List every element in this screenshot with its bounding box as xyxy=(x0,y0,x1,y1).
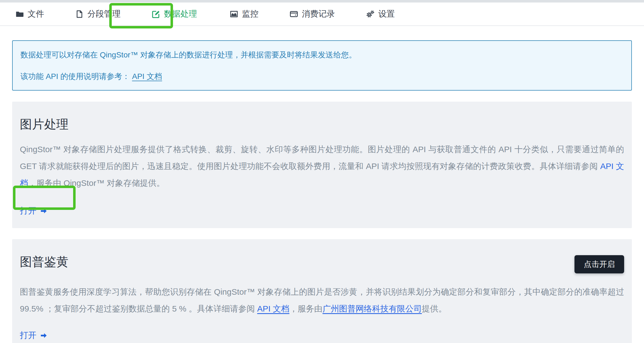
credit-card-icon xyxy=(289,10,298,19)
card-description: QingStor™ 对象存储图片处理服务提供了格式转换、裁剪、旋转、水印等多种图… xyxy=(20,141,624,191)
tab-multipart[interactable]: 分段管理 xyxy=(75,8,121,20)
open-image-processing-link[interactable]: 打开 xyxy=(20,205,47,217)
tab-billing[interactable]: 消费记录 xyxy=(289,8,335,20)
card-title: 图片处理 xyxy=(20,118,624,131)
card-title-row: 图普鉴黄 点击开启 xyxy=(20,255,624,273)
content-area: 数据处理可以对存储在 QingStor™ 对象存储上的数据进行处理，并根据需要及… xyxy=(0,26,644,343)
api-doc-link[interactable]: API 文档 xyxy=(132,72,162,81)
tab-label: 文件 xyxy=(28,8,44,20)
data-processing-page: 文件 分段管理 数据处理 监控 消费记录 xyxy=(0,0,644,343)
tab-settings[interactable]: 设置 xyxy=(366,8,395,20)
tab-label: 消费记录 xyxy=(302,8,335,20)
gears-icon xyxy=(366,10,375,19)
tab-label: 分段管理 xyxy=(87,8,121,20)
card-description: 图普鉴黄服务使用深度学习算法，帮助您识别存储在 QingStor™ 对象存储上的… xyxy=(20,283,624,317)
tab-label: 数据处理 xyxy=(164,8,197,20)
edit-icon xyxy=(151,10,160,19)
description-text: ，服务由 xyxy=(289,304,323,313)
top-strip xyxy=(0,0,644,2)
notice-text-2: 该功能 API 的使用说明请参考： API 文档 xyxy=(20,72,624,81)
tab-monitoring[interactable]: 监控 xyxy=(230,8,259,20)
tab-label: 监控 xyxy=(242,8,259,20)
document-icon xyxy=(75,10,84,19)
notice-text: 数据处理可以对存储在 QingStor™ 对象存储上的数据进行处理，并根据需要及… xyxy=(20,51,624,59)
area-chart-icon xyxy=(230,10,238,19)
tupu-moderation-card: 图普鉴黄 点击开启 图普鉴黄服务使用深度学习算法，帮助您识别存储在 QingSt… xyxy=(12,239,632,343)
arrow-right-icon xyxy=(40,332,47,339)
description-text: QingStor™ 对象存储图片处理服务提供了格式转换、裁剪、旋转、水印等多种图… xyxy=(20,145,624,171)
arrow-right-icon xyxy=(40,207,47,215)
api-doc-link[interactable]: API 文档 xyxy=(257,304,289,313)
info-notice: 数据处理可以对存储在 QingStor™ 对象存储上的数据进行处理，并根据需要及… xyxy=(12,40,632,91)
enable-button[interactable]: 点击开启 xyxy=(574,255,624,273)
tab-label: 设置 xyxy=(378,8,395,20)
open-label: 打开 xyxy=(20,205,36,217)
open-tupu-link[interactable]: 打开 xyxy=(20,330,47,341)
open-label: 打开 xyxy=(20,330,36,341)
card-title: 图普鉴黄 xyxy=(20,255,68,268)
bucket-tab-bar: 文件 分段管理 数据处理 监控 消费记录 xyxy=(0,2,644,26)
description-text: ，服务由 QingStor™ 对象存储提供。 xyxy=(28,178,165,188)
tab-data-processing[interactable]: 数据处理 xyxy=(151,8,197,20)
tab-files[interactable]: 文件 xyxy=(15,8,44,20)
description-text: 提供。 xyxy=(422,304,447,313)
notice-prefix: 该功能 API 的使用说明请参考： xyxy=(20,72,132,81)
folder-icon xyxy=(15,10,24,19)
image-processing-card: 图片处理 QingStor™ 对象存储图片处理服务提供了格式转换、裁剪、旋转、水… xyxy=(12,102,632,228)
tupu-company-link[interactable]: 广州图普网络科技有限公司 xyxy=(323,304,422,313)
